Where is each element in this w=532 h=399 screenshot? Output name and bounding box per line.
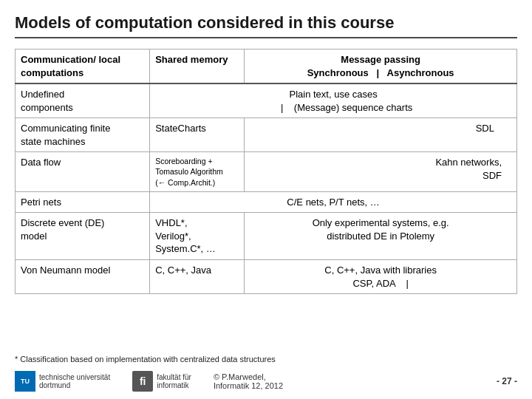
row3-col3: Kahn networks,SDF [245,152,517,192]
tu-text: technische universität dortmund [39,373,110,389]
main-table: Communication/ local computations Shared… [15,49,517,294]
table-row: Communicating finitestate machines State… [16,118,517,152]
row6-col2: C, C++, Java [150,259,245,293]
fi-text: fakultät für informatik [157,373,191,389]
row4-col23: C/E nets, P/T nets, … [150,191,517,213]
tu-logo-icon: TU [15,371,35,392]
header-col1: Communication/ local computations [16,50,150,84]
table-header-row: Communication/ local computations Shared… [16,50,517,84]
row3-col1: Data flow [16,152,150,192]
header-col3: Message passing Synchronous | Asynchrono… [245,50,517,84]
row2-col2: StateCharts [150,118,245,152]
table-row: Von Neumann model C, C++, Java C, C++, J… [16,259,517,293]
row5-col1: Discrete event (DE)model [16,213,150,260]
table-row: Data flow Scoreboarding +Tomasulo Algori… [16,152,517,192]
row4-col1: Petri nets [16,191,150,213]
row2-col1: Communicating finitestate machines [16,118,150,152]
footer: TU technische universität dortmund fi fa… [15,371,517,392]
footer-left: TU technische universität dortmund fi fa… [15,371,482,392]
row6-col1: Von Neumann model [16,259,150,293]
copyright-text: © P.Marwedel,Informatik 12, 2012 [214,372,283,390]
row5-col3: Only experimental systems, e.g.distribut… [245,213,517,260]
tu-logo: TU technische universität dortmund [15,371,110,392]
table-row: Petri nets C/E nets, P/T nets, … [16,191,517,213]
page-number: - 27 - [497,376,517,386]
row6-col3: C, C++, Java with librariesCSP, ADA | [245,259,517,293]
row1-col23: Plain text, use cases | (Message) sequen… [150,83,517,118]
table-row: Undefinedcomponents Plain text, use case… [16,83,517,118]
slide: Models of computation considered in this… [0,0,532,399]
row3-col2: Scoreboarding +Tomasulo Algorithm(← Comp… [150,152,245,192]
fi-logo: fi fakultät für informatik [132,371,191,392]
footnote: * Classification based on implementation… [15,355,517,364]
fi-logo-icon: fi [132,371,153,392]
row2-col3: SDL [245,118,517,152]
header-col2: Shared memory [150,50,245,84]
table-wrapper: Communication/ local computations Shared… [15,49,517,351]
row1-col1: Undefinedcomponents [16,83,150,118]
row5-col2: VHDL*,Verilog*,System.C*, … [150,213,245,260]
slide-title: Models of computation considered in this… [15,13,517,38]
table-row: Discrete event (DE)model VHDL*,Verilog*,… [16,213,517,260]
